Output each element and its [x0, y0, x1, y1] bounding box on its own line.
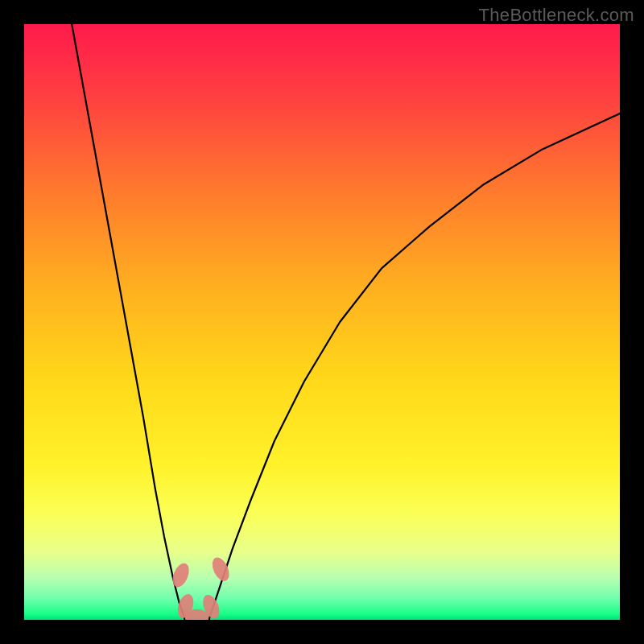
plot-area [24, 24, 620, 620]
curve-layer [24, 24, 620, 620]
series-left-branch [72, 24, 185, 620]
series-right-branch [208, 114, 620, 620]
chart-frame: TheBottleneck.com [0, 0, 644, 644]
watermark-text: TheBottleneck.com [479, 5, 634, 26]
